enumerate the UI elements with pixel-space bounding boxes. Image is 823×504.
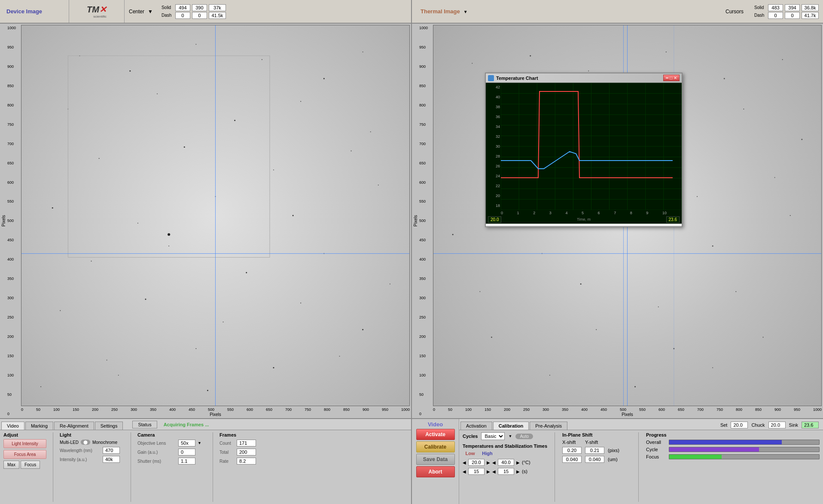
total-input[interactable]: 200 xyxy=(237,449,256,455)
multi-led-label: Multi-LED xyxy=(60,440,79,445)
abort-button[interactable]: Abort xyxy=(416,466,455,477)
svg-point-59 xyxy=(712,245,713,246)
solid-v1[interactable]: 494 xyxy=(175,4,190,11)
shutter-input[interactable]: 1.1 xyxy=(178,458,195,465)
chuck-label: Chuck xyxy=(751,422,765,428)
save-data-button[interactable]: Save Data xyxy=(416,454,455,465)
chuck-input[interactable]: 20.0 xyxy=(768,422,786,428)
right-dash-v1[interactable]: 0 xyxy=(768,12,783,19)
high-time-input[interactable]: 15 xyxy=(498,468,514,475)
yshift-label: Y-shift xyxy=(585,440,604,445)
tab-calibration[interactable]: Calibration xyxy=(493,422,529,430)
temp-set-input[interactable]: 20.0 xyxy=(731,422,748,428)
svg-point-64 xyxy=(735,291,736,292)
solid-v3[interactable]: 37k xyxy=(209,4,226,11)
low-temp-input[interactable]: 20.0 xyxy=(468,459,485,466)
tab-marking[interactable]: Marking xyxy=(25,422,53,430)
svg-point-45 xyxy=(724,78,725,79)
temp-set-label: Set xyxy=(720,422,728,428)
intensity-label: Intensity (a.u.) xyxy=(60,457,101,462)
svg-point-26 xyxy=(145,298,146,300)
center-dropdown-arrow[interactable]: ▼ xyxy=(148,9,153,15)
svg-point-62 xyxy=(580,283,582,285)
rate-input[interactable]: 8.2 xyxy=(237,458,256,465)
svg-point-1 xyxy=(129,70,131,72)
right-dash-v3[interactable]: 41.7k xyxy=(802,12,819,19)
frames-title: Frames xyxy=(219,432,262,437)
tab-activation[interactable]: Activation xyxy=(460,422,492,430)
right-solid-v2[interactable]: 394 xyxy=(785,4,800,11)
sink-label: Sink xyxy=(789,422,798,428)
svg-point-10 xyxy=(370,131,371,132)
led-toggle[interactable]: ⬤ xyxy=(81,440,90,445)
count-input[interactable]: 171 xyxy=(237,440,256,446)
tab-pre-analysis[interactable]: Pre-Analysis xyxy=(530,422,567,430)
dash-v2[interactable]: 0 xyxy=(192,12,207,19)
right-solid-v3[interactable]: 36.8k xyxy=(802,4,819,11)
low-temp-inc[interactable]: ▶ xyxy=(487,460,490,465)
low-time-inc[interactable]: ▶ xyxy=(487,469,490,474)
svg-point-14 xyxy=(351,150,352,151)
yshift-val2[interactable]: 0.040 xyxy=(585,456,604,463)
dash-v1[interactable]: 0 xyxy=(175,12,190,19)
inplane-section: In-Plane Shift X-shift Y-shift 0.20 0.21… xyxy=(562,432,631,463)
right-dash-label: Dash xyxy=(754,13,766,18)
svg-point-4 xyxy=(323,78,325,79)
svg-point-30 xyxy=(107,360,107,361)
right-solid-v1[interactable]: 483 xyxy=(768,4,783,11)
low-time-input[interactable]: 15 xyxy=(468,468,485,475)
dash-v3[interactable]: 41.5k xyxy=(209,12,226,19)
solid-v2[interactable]: 390 xyxy=(192,4,207,11)
popup-title: Temperature Chart xyxy=(496,76,663,81)
svg-point-65 xyxy=(491,337,492,338)
obj-lens-input[interactable]: 50x xyxy=(178,440,195,446)
high-time-dec[interactable]: ◀ xyxy=(492,469,496,474)
wavelength-label: Wavelength (nm) xyxy=(60,448,101,453)
cycles-type-dropdown[interactable]: Basic xyxy=(481,432,505,440)
left-bottom-panel: Video Marking Re-Alignment Settings Stat… xyxy=(0,419,412,504)
svg-point-31 xyxy=(195,348,196,349)
high-temp-inc[interactable]: ▶ xyxy=(516,460,520,465)
chart-x-axis: 012345678910 xyxy=(486,210,682,215)
tab-realignment[interactable]: Re-Alignment xyxy=(54,422,94,430)
max-button[interactable]: Max xyxy=(3,461,19,469)
auto-toggle[interactable]: Auto xyxy=(515,434,533,439)
svg-point-21 xyxy=(168,246,169,246)
right-dash-v2[interactable]: 0 xyxy=(785,12,800,19)
svg-point-42 xyxy=(530,55,531,56)
yshift-val1[interactable]: 0.21 xyxy=(585,447,604,454)
xshift-val1[interactable]: 0.20 xyxy=(562,447,582,454)
xshift-val2[interactable]: 0.040 xyxy=(562,456,582,463)
svg-point-35 xyxy=(118,375,119,376)
adjust-section: Adjust Light Intensity Focus Area Max Fo… xyxy=(3,432,46,469)
gain-input[interactable]: 0 xyxy=(178,449,195,455)
calibrate-button[interactable]: Calibrate xyxy=(416,441,455,452)
low-time-dec[interactable]: ◀ xyxy=(463,469,466,474)
xshift-label: X-shift xyxy=(562,440,582,445)
popup-close-button[interactable]: ━ □ ✕ xyxy=(663,75,680,81)
tab-video[interactable]: Video xyxy=(1,422,24,430)
light-intensity-button[interactable]: Light Intensity xyxy=(3,439,46,448)
right-bottom-panel: Video Activate Calibrate Save Data Abort… xyxy=(412,419,823,504)
activate-button[interactable]: Activate xyxy=(416,429,455,440)
wavelength-input[interactable]: 470 xyxy=(103,447,120,454)
svg-point-50 xyxy=(743,109,744,109)
separator-1 xyxy=(53,432,53,502)
low-temp-dec[interactable]: ◀ xyxy=(463,460,466,465)
svg-point-22 xyxy=(246,272,247,273)
high-temp-dec[interactable]: ◀ xyxy=(492,460,496,465)
high-time-inc[interactable]: ▶ xyxy=(516,469,520,474)
camera-title: Camera xyxy=(137,432,206,437)
intensity-input[interactable]: 40k xyxy=(103,456,120,463)
obj-lens-dropdown[interactable]: ▼ xyxy=(198,441,201,445)
focus-button[interactable]: Focus xyxy=(21,461,40,469)
focus-area-button[interactable]: Focus Area xyxy=(3,450,46,459)
cycles-dropdown-arrow[interactable]: ▼ xyxy=(508,434,512,438)
thermal-dropdown-arrow[interactable]: ▼ xyxy=(463,9,468,14)
tab-settings[interactable]: Settings xyxy=(95,422,123,430)
chart-plot-area xyxy=(501,83,682,210)
high-temp-input[interactable]: 40.0 xyxy=(498,459,514,466)
svg-point-18 xyxy=(293,215,294,216)
rate-label: Rate xyxy=(219,459,235,464)
left-controls-content: Adjust Light Intensity Focus Area Max Fo… xyxy=(0,430,411,504)
